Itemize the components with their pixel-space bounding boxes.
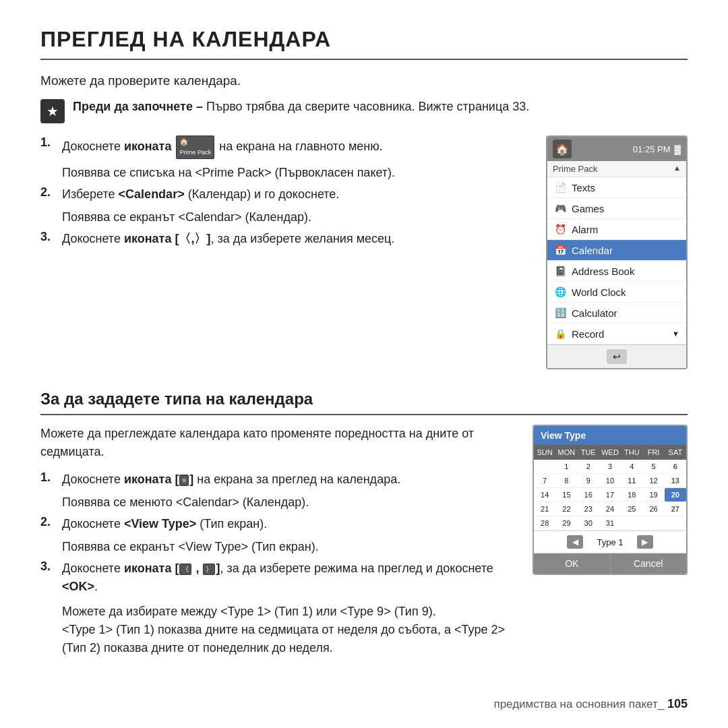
cal-cell[interactable]: 16	[578, 488, 599, 502]
phone-back-btn[interactable]: ↩	[547, 344, 686, 368]
menu-item-record[interactable]: 🔒 Record ▼	[547, 324, 686, 344]
note-box: ★ Преди да започнете – Първо трябва да с…	[40, 98, 688, 123]
cal-cell	[642, 516, 664, 530]
cal-cell[interactable]: 25	[621, 502, 642, 516]
cal-cell[interactable]: 4	[621, 460, 642, 474]
cal-cell[interactable]: 2	[578, 460, 599, 474]
day-sun: SUN	[534, 447, 555, 458]
cal-cell[interactable]: 1	[555, 460, 577, 474]
phone-panel-col: 🏠 01:25 PM ▓ Prime Pack ▲ 📄 Texts	[546, 135, 688, 369]
step-3-num: 3.	[40, 230, 55, 244]
section2-step-3-sub: Можете да избирате между <Type 1> (Тип 1…	[62, 603, 512, 657]
cal-cell[interactable]: 14	[534, 488, 555, 502]
cal-grid: 1 2 3 4 5 6 7 8 9 10 11 12 13	[534, 460, 686, 530]
section2-step-1-content: Докоснете иконата [≡] на екрана за прегл…	[62, 471, 400, 489]
step-3-content: Докоснете иконата [〈,〉], за да изберете …	[62, 230, 394, 248]
cal-footer: OK Cancel	[534, 553, 686, 574]
cal-cell[interactable]: 12	[642, 474, 664, 488]
back-arrow[interactable]: ↩	[607, 349, 627, 364]
cal-next-btn[interactable]: ▶	[637, 535, 653, 549]
section2: За да зададете типа на календара Можете …	[40, 390, 688, 663]
section2-step-3-num: 3.	[40, 559, 55, 574]
alarm-icon: ⏰	[554, 223, 566, 235]
page: ПРЕГЛЕД НА КАЛЕНДАРА Можете да проверите…	[0, 0, 728, 728]
menu-item-addressbook[interactable]: 📓 Address Book	[547, 261, 686, 282]
cal-cell[interactable]: 6	[665, 460, 686, 474]
cal-cell[interactable]: 8	[555, 474, 577, 488]
cal-cell[interactable]: 29	[555, 516, 577, 530]
calendar-icon: 📅	[554, 244, 566, 256]
cal-cell[interactable]: 7	[534, 474, 555, 488]
day-sat: SAT	[665, 447, 686, 458]
phone-header-icon: 🏠	[553, 140, 572, 158]
menu-item-texts[interactable]: 📄 Texts	[547, 177, 686, 198]
section2-step-2-num: 2.	[40, 515, 55, 529]
cal-cell[interactable]: 23	[578, 502, 599, 516]
cal-cell[interactable]: 17	[599, 488, 621, 502]
cal-cell[interactable]: 28	[534, 516, 555, 530]
cal-cell[interactable]: 10	[599, 474, 621, 488]
calendar-label: Calendar	[572, 245, 613, 256]
step-2-sub: Появява се екранът <Calendar> (Календар)…	[62, 210, 526, 224]
next-icon-inline: 〉	[203, 564, 215, 575]
record-icon: 🔒	[554, 328, 566, 340]
step-2: 2. Изберете <Calendar> (Календар) и го д…	[40, 185, 526, 204]
cal-cell[interactable]: 9	[578, 474, 599, 488]
cal-cell[interactable]: 26	[642, 502, 664, 516]
section2-intro: Можете да преглеждате календара като про…	[40, 425, 512, 461]
phone-menu: 📄 Texts 🎮 Games ⏰ Alarm 📅 Calendar	[547, 177, 686, 344]
games-label: Games	[572, 203, 604, 214]
cal-cell[interactable]: 18	[621, 488, 642, 502]
cal-cancel-btn[interactable]: Cancel	[611, 553, 687, 574]
cal-cell[interactable]: 11	[621, 474, 642, 488]
phone-time: 01:25 PM	[633, 144, 671, 154]
texts-icon: 📄	[554, 181, 566, 193]
calculator-label: Calculator	[572, 307, 617, 319]
games-icon: 🎮	[554, 202, 566, 214]
step-3: 3. Докоснете иконата [〈,〉], за да избере…	[40, 230, 526, 248]
addressbook-icon: 📓	[554, 265, 566, 277]
menu-item-worldclock[interactable]: 🌐 World Clock	[547, 282, 686, 303]
menu-item-calendar[interactable]: 📅 Calendar	[547, 240, 686, 261]
cal-cell[interactable]: 13	[665, 474, 686, 488]
day-thu: THU	[621, 447, 642, 458]
cal-cell[interactable]: 5	[642, 460, 664, 474]
cal-cell[interactable]: 22	[555, 502, 577, 516]
cal-cell[interactable]: 24	[599, 502, 621, 516]
menu-item-games[interactable]: 🎮 Games	[547, 198, 686, 219]
cal-cell[interactable]: 20	[665, 488, 686, 502]
prev-icon-inline: 〈	[179, 564, 191, 575]
note-label: Преди да започнете –	[73, 100, 203, 113]
texts-label: Texts	[572, 182, 595, 193]
cal-prev-btn[interactable]: ◀	[567, 535, 583, 549]
section2-step-2: 2. Докоснете <View Type> (Тип екран).	[40, 515, 512, 533]
content-area: 1. Докоснете иконата 🏠Prime Pack на екра…	[40, 135, 688, 369]
cal-cell[interactable]: 15	[555, 488, 577, 502]
section2-step-2-content: Докоснете <View Type> (Тип екран).	[62, 515, 267, 533]
intro-text: Можете да проверите календара.	[40, 73, 688, 88]
cal-cell[interactable]: 27	[665, 502, 686, 516]
footer-text: предимства на основния пакет_	[493, 698, 664, 710]
calendar-panel: View Type SUN MON TUE WED THU FRI SAT 1	[533, 425, 688, 575]
cal-type-label: Type 1	[597, 537, 623, 547]
step-1: 1. Докоснете иконата 🏠Prime Pack на екра…	[40, 135, 526, 159]
day-wed: WED	[599, 447, 621, 458]
cal-cell[interactable]: 3	[599, 460, 621, 474]
battery-icon: ▓	[675, 144, 681, 154]
page-title: ПРЕГЛЕД НА КАЛЕНДАРА	[40, 27, 688, 60]
step-1-sub: Появява се списъка на <Prime Pack> (Първ…	[62, 166, 526, 180]
cal-cell[interactable]: 19	[642, 488, 664, 502]
cal-cell[interactable]: 31	[599, 516, 621, 530]
addressbook-label: Address Book	[572, 266, 634, 277]
page-number: 105	[667, 697, 688, 710]
star-icon: ★	[40, 99, 65, 123]
section2-step-1-num: 1.	[40, 471, 55, 485]
menu-item-alarm[interactable]: ⏰ Alarm	[547, 219, 686, 240]
cal-cell[interactable]: 21	[534, 502, 555, 516]
cal-ok-btn[interactable]: OK	[534, 553, 611, 574]
calendar-panel-col: View Type SUN MON TUE WED THU FRI SAT 1	[533, 425, 688, 663]
cal-cell[interactable]: 30	[578, 516, 599, 530]
day-tue: TUE	[578, 447, 599, 458]
worldclock-label: World Clock	[572, 286, 626, 298]
menu-item-calculator[interactable]: 🔢 Calculator	[547, 303, 686, 324]
